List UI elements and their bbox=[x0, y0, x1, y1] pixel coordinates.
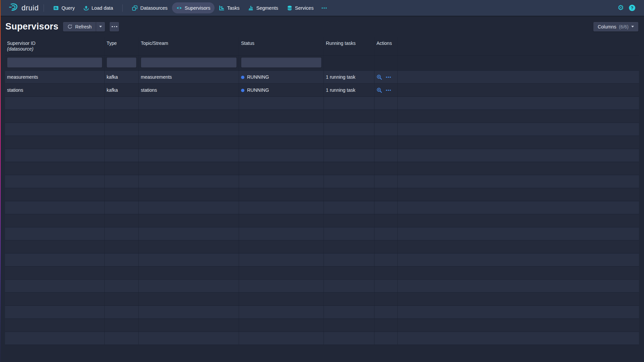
title-bar: Supervisors Refresh Columns (6/6) bbox=[0, 16, 644, 38]
empty-table-row bbox=[5, 214, 639, 227]
empty-table-row bbox=[5, 110, 639, 123]
columns-count: (6/6) bbox=[619, 24, 629, 29]
empty-table-row bbox=[5, 136, 639, 149]
empty-table-row bbox=[5, 162, 639, 175]
nav-item-load-data[interactable]: Load data bbox=[79, 2, 118, 13]
cell-status: RUNNING bbox=[239, 84, 324, 96]
empty-table-row bbox=[5, 306, 639, 319]
nav-item-segments[interactable]: Segments bbox=[244, 2, 282, 13]
refresh-split-button: Refresh bbox=[63, 22, 105, 31]
druid-logo[interactable]: druid bbox=[9, 3, 39, 13]
empty-table-row bbox=[5, 240, 639, 254]
refresh-interval-caret-button[interactable] bbox=[96, 22, 105, 31]
nav-divider bbox=[44, 4, 44, 12]
supervisors-table: Supervisor ID (datasource) Type Topic/St… bbox=[5, 38, 639, 345]
empty-table-row bbox=[5, 227, 639, 240]
cell-topic-stream: stations bbox=[139, 84, 239, 96]
nav-item-label: Segments bbox=[256, 5, 278, 11]
empty-table-row bbox=[5, 201, 639, 214]
filter-topic-stream-input[interactable] bbox=[141, 57, 237, 68]
empty-table-row bbox=[5, 97, 639, 110]
table-filter-row bbox=[5, 56, 639, 71]
header-topic-stream[interactable]: Topic/Stream bbox=[139, 38, 239, 55]
cell-topic-stream: measurements bbox=[139, 71, 239, 83]
cell-supervisor-id: stations bbox=[5, 84, 105, 96]
header-supervisor-id[interactable]: Supervisor ID (datasource) bbox=[5, 38, 105, 55]
settings-gear-icon[interactable]: ⚙ bbox=[618, 4, 624, 11]
filter-status-input[interactable] bbox=[241, 57, 321, 68]
row-more-icon[interactable] bbox=[386, 74, 391, 80]
nav-divider bbox=[122, 4, 123, 12]
cell-filler bbox=[398, 84, 639, 96]
header-supervisor-id-sublabel: (datasource) bbox=[7, 46, 104, 52]
empty-table-row bbox=[5, 267, 639, 280]
cell-filler bbox=[398, 71, 639, 83]
nav-item-label: Services bbox=[295, 5, 314, 11]
cell-type: kafka bbox=[105, 71, 139, 83]
nav-item-label: Query bbox=[61, 5, 75, 11]
nav-item-label: Load data bbox=[92, 5, 113, 11]
cell-type: kafka bbox=[105, 84, 139, 96]
load-data-icon bbox=[83, 5, 89, 11]
nav-item-label: Tasks bbox=[227, 5, 239, 11]
services-icon bbox=[287, 5, 292, 11]
row-more-icon[interactable] bbox=[386, 87, 391, 93]
druid-logo-text: druid bbox=[21, 4, 39, 12]
filter-type-input[interactable] bbox=[107, 57, 136, 68]
nav-item-tasks[interactable]: Tasks bbox=[215, 2, 244, 13]
nav-item-datasources[interactable]: Datasources bbox=[128, 2, 172, 13]
tasks-icon bbox=[219, 5, 224, 11]
empty-table-row bbox=[5, 332, 639, 345]
nav-item-supervisors[interactable]: Supervisors bbox=[172, 2, 215, 13]
nav-item-query[interactable]: Query bbox=[49, 2, 79, 13]
nav-item-label: Datasources bbox=[140, 5, 167, 11]
query-icon bbox=[53, 5, 59, 11]
filter-supervisor-id-input[interactable] bbox=[7, 57, 102, 68]
nav-items: Query Load data Datasources bbox=[49, 2, 331, 13]
search-detail-icon[interactable] bbox=[376, 74, 382, 80]
nav-right: ⚙ ? bbox=[618, 4, 635, 11]
refresh-icon bbox=[67, 24, 72, 29]
header-running-tasks[interactable]: Running tasks bbox=[324, 38, 374, 55]
more-icon bbox=[112, 26, 113, 27]
empty-table-row bbox=[5, 293, 639, 306]
columns-label: Columns bbox=[598, 24, 616, 29]
chevron-down-icon bbox=[99, 26, 102, 27]
empty-table-row bbox=[5, 319, 639, 332]
search-detail-icon[interactable] bbox=[376, 87, 382, 93]
empty-table-row bbox=[5, 175, 639, 188]
empty-table-row bbox=[5, 254, 639, 267]
cell-running-tasks: 1 running task bbox=[324, 71, 374, 83]
status-dot-icon bbox=[241, 76, 244, 79]
help-icon[interactable]: ? bbox=[629, 5, 635, 11]
table-body: measurementskafkameasurementsRUNNING1 ru… bbox=[5, 71, 639, 345]
nav-item-label: Supervisors bbox=[185, 5, 211, 11]
empty-table-row bbox=[5, 149, 639, 162]
nav-more-icon[interactable] bbox=[318, 5, 331, 11]
segments-icon bbox=[248, 5, 253, 11]
refresh-button[interactable]: Refresh bbox=[63, 22, 96, 31]
chevron-down-icon bbox=[631, 26, 634, 27]
page-title: Supervisors bbox=[5, 21, 58, 32]
screen-edge-gradient bbox=[0, 0, 1, 362]
cell-status: RUNNING bbox=[239, 71, 324, 83]
druid-logo-icon bbox=[9, 3, 18, 13]
table-header-row: Supervisor ID (datasource) Type Topic/St… bbox=[5, 38, 639, 56]
table-row[interactable]: measurementskafkameasurementsRUNNING1 ru… bbox=[5, 71, 639, 84]
columns-picker-button[interactable]: Columns (6/6) bbox=[593, 22, 638, 31]
refresh-label: Refresh bbox=[75, 24, 92, 29]
empty-table-row bbox=[5, 123, 639, 136]
status-dot-icon bbox=[241, 89, 244, 92]
table-row[interactable]: stationskafkastationsRUNNING1 running ta… bbox=[5, 84, 639, 97]
header-type[interactable]: Type bbox=[105, 38, 139, 55]
nav-item-services[interactable]: Services bbox=[283, 2, 318, 13]
cell-supervisor-id: measurements bbox=[5, 71, 105, 83]
empty-table-row bbox=[5, 188, 639, 201]
header-actions: Actions bbox=[374, 38, 398, 55]
empty-table-row bbox=[5, 280, 639, 293]
header-filler bbox=[398, 38, 639, 55]
header-status[interactable]: Status bbox=[239, 38, 324, 55]
cell-actions bbox=[374, 71, 398, 83]
cell-actions bbox=[374, 84, 398, 96]
title-more-actions-button[interactable] bbox=[110, 22, 119, 31]
